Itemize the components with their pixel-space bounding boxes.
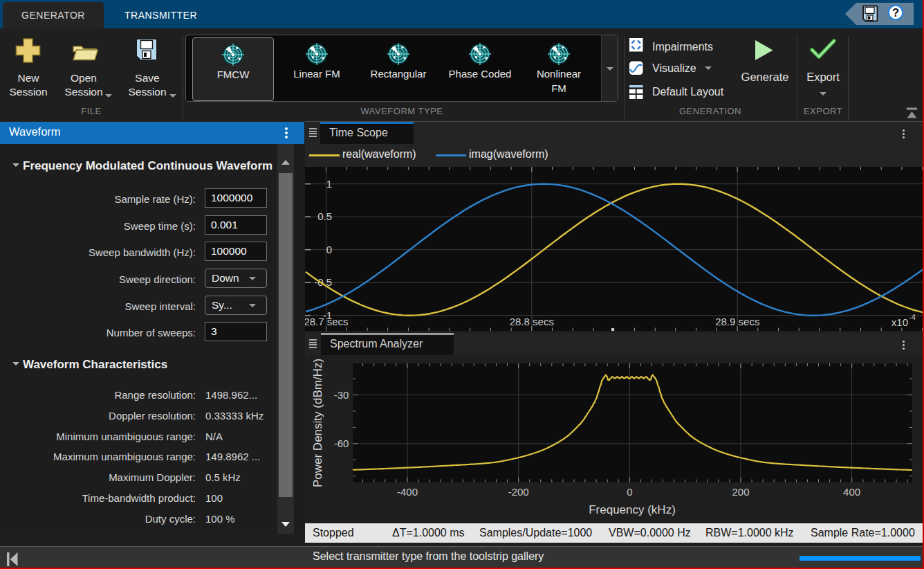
svg-text:400: 400 [843,486,860,498]
svg-text:Frequency (kHz): Frequency (kHz) [589,503,676,516]
svg-text:-30: -30 [334,389,349,401]
svg-text:28.8 secs: 28.8 secs [510,316,554,327]
svg-text:200: 200 [732,486,749,498]
svg-text:0.5: 0.5 [317,210,332,222]
svg-text:-60: -60 [334,437,349,449]
svg-text:-200: -200 [508,486,529,498]
svg-text:?: ? [892,6,899,19]
svg-text:-400: -400 [397,486,418,498]
svg-text:28.7 secs: 28.7 secs [305,316,349,327]
svg-text:0: 0 [627,486,632,498]
svg-text:28.9 secs: 28.9 secs [715,316,759,327]
svg-text:-4: -4 [909,313,916,321]
svg-text:1: 1 [326,178,332,190]
svg-text:x10: x10 [891,316,908,328]
svg-text:0: 0 [326,244,332,255]
svg-text:-0.5: -0.5 [314,276,332,288]
svg-text:Power Density (dBm/Hz): Power Density (dBm/Hz) [311,359,324,487]
